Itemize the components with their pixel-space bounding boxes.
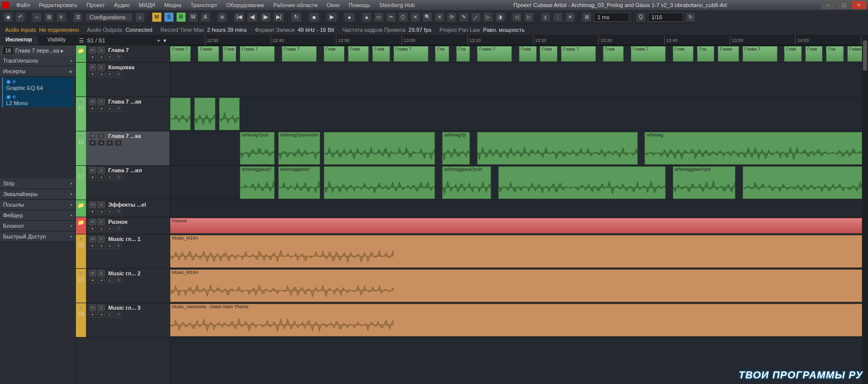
track-color-strip[interactable]: ▸17 bbox=[76, 166, 86, 200]
freeze-button[interactable]: ⊙ bbox=[115, 277, 122, 283]
menu-миди[interactable]: МИДИ bbox=[135, 1, 159, 9]
arrange-lane[interactable]: Разное bbox=[170, 217, 868, 234]
arrange-lane[interactable]: Music_Awesome - Dawn Main Theme bbox=[170, 303, 868, 338]
record-enable-button[interactable]: ● bbox=[89, 140, 96, 146]
audio-clip[interactable]: Глав bbox=[372, 46, 390, 62]
mute-button[interactable]: m bbox=[89, 305, 96, 311]
track-color-strip[interactable]: ▸16 bbox=[76, 131, 86, 165]
track-row[interactable]: ▸24msMusic гл... 3●◂e⊙ bbox=[76, 303, 169, 338]
record-enable-button[interactable]: ● bbox=[89, 174, 96, 180]
audio-clip[interactable]: Гла bbox=[456, 46, 470, 62]
track-color-strip[interactable]: ▸15 bbox=[76, 97, 86, 131]
mute-button[interactable]: m bbox=[89, 47, 96, 53]
audio-clip[interactable]: Глав bbox=[223, 46, 237, 62]
transport-next-button[interactable]: |▶ bbox=[260, 12, 271, 22]
menu-steinberg hub[interactable]: Steinberg Hub bbox=[375, 1, 419, 9]
quantize-button[interactable]: Q bbox=[636, 12, 646, 22]
menu-помощь[interactable]: Помощь bbox=[344, 1, 374, 9]
track-color-strip[interactable]: 📁 bbox=[76, 217, 86, 234]
track-color-strip[interactable]: ▸ bbox=[76, 63, 86, 97]
mute-button[interactable]: m bbox=[89, 133, 96, 139]
freeze-button[interactable]: ⊙ bbox=[115, 209, 122, 215]
pointer-tool[interactable]: ▲ bbox=[362, 12, 372, 22]
audio-clip[interactable]: arhimag7pon bbox=[240, 132, 275, 165]
edit-button[interactable]: e bbox=[106, 226, 113, 232]
audio-clip[interactable]: arhimag bbox=[644, 132, 868, 165]
play-tool[interactable]: ▷ bbox=[483, 12, 493, 22]
freeze-button[interactable]: ⊙ bbox=[115, 226, 122, 232]
mute-button[interactable]: m bbox=[89, 202, 96, 208]
filter-icon[interactable]: ☰ bbox=[79, 37, 84, 44]
audio-clip[interactable]: Глава 7 bbox=[561, 46, 596, 62]
erase-tool[interactable]: ✕ bbox=[410, 12, 420, 22]
monitor-button[interactable]: ◂ bbox=[98, 106, 105, 112]
mute-tool[interactable]: ✕ bbox=[435, 12, 445, 22]
audio-clip[interactable] bbox=[324, 166, 436, 199]
track-color-strip[interactable]: 📁 bbox=[76, 200, 86, 217]
arrange-lane[interactable] bbox=[170, 97, 868, 131]
monitor-button[interactable]: ◂ bbox=[98, 209, 105, 215]
monitor-button[interactable]: ◂ bbox=[98, 312, 105, 318]
arrange-lane[interactable]: Music_M16A bbox=[170, 269, 868, 303]
track-color-strip[interactable]: 📁 bbox=[76, 45, 86, 62]
audio-clip[interactable]: arhimagglava7 bbox=[278, 166, 320, 199]
menu-аудио[interactable]: Аудио bbox=[110, 1, 134, 9]
transport-loop-button[interactable]: ↻ bbox=[291, 12, 302, 22]
audio-clip[interactable]: Глав bbox=[784, 46, 802, 62]
zoom-tool[interactable]: 🔍 bbox=[422, 12, 432, 22]
freeze-button[interactable]: ⊙ bbox=[115, 312, 122, 318]
constrain-button[interactable]: ↔ bbox=[32, 12, 42, 22]
quantize-edit-button[interactable]: ↻ bbox=[685, 12, 696, 22]
monitor-button[interactable]: ◂ bbox=[98, 174, 105, 180]
mute-button[interactable]: m bbox=[89, 167, 96, 173]
audio-clip[interactable]: Глава 7 bbox=[477, 46, 512, 62]
audio-clip[interactable]: Глава 7 bbox=[282, 46, 317, 62]
audio-clip[interactable]: Глава bbox=[718, 46, 739, 62]
solo-button[interactable]: s bbox=[98, 167, 105, 173]
folder-icon[interactable]: 📁 bbox=[77, 219, 84, 226]
quickcontrols-section[interactable]: Быстрый Доступ▾ bbox=[0, 231, 75, 242]
solo-button[interactable]: s bbox=[98, 133, 105, 139]
audio-clip[interactable]: Глав bbox=[324, 46, 344, 62]
audio-clip[interactable]: arhimagglava7 bbox=[240, 166, 275, 199]
freeze-button[interactable]: ⊙ bbox=[115, 140, 122, 146]
track-color-strip[interactable]: ▸24 bbox=[76, 303, 86, 337]
menu-транспорт[interactable]: Транспорт bbox=[187, 1, 222, 9]
close-button[interactable]: ✕ bbox=[852, 1, 866, 9]
grid-type-button[interactable]: ⊞ bbox=[582, 12, 592, 22]
freeze-button[interactable]: ⊙ bbox=[115, 54, 122, 60]
track-row[interactable]: ▸16msГлава 7 ...ка●◂e⊙ bbox=[76, 131, 169, 166]
audio-clip[interactable]: Глав bbox=[673, 46, 693, 62]
mute-button[interactable]: m bbox=[89, 270, 96, 276]
audio-clip[interactable]: Глав bbox=[519, 46, 537, 62]
arrange-lane[interactable]: arhimagglava7arhimagglava7arhimagglava7p… bbox=[170, 166, 868, 200]
snap-type-button[interactable]: ⋮ bbox=[553, 12, 563, 22]
inspector-tab[interactable]: Инспектор bbox=[0, 35, 38, 45]
color-tool[interactable]: ◑ bbox=[495, 12, 505, 22]
audio-clip[interactable]: arhimagglava7pol bbox=[673, 166, 735, 199]
edit-button[interactable]: e bbox=[106, 312, 113, 318]
menu-рабочие области[interactable]: Рабочие области bbox=[269, 1, 321, 9]
audio-clip[interactable]: Гла bbox=[826, 46, 844, 62]
track-row[interactable]: ▸22msMusic гл... 1●◂e⊙ bbox=[76, 234, 169, 269]
split-tool[interactable]: ✂ bbox=[386, 12, 396, 22]
maximize-button[interactable]: ▢ bbox=[837, 1, 851, 9]
audio-clip[interactable]: Глава 7 bbox=[170, 46, 191, 62]
arrange-lane[interactable] bbox=[170, 63, 868, 97]
audio-clip[interactable]: Глав bbox=[805, 46, 823, 62]
track-row[interactable]: 📁msРазное●◂e⊙ bbox=[76, 217, 169, 234]
nudge-right-button[interactable]: ▷ bbox=[524, 12, 534, 22]
arrange-area[interactable]: 12:3012:4012:5013:0013:1013:2013:3013:40… bbox=[170, 35, 868, 384]
track-row[interactable]: ▸msКонцовка●◂e⊙ bbox=[76, 63, 169, 97]
snap-button[interactable]: ⊞ bbox=[44, 12, 54, 22]
transport-record-button[interactable]: ● bbox=[344, 12, 355, 22]
solo-button[interactable]: s bbox=[98, 270, 105, 276]
timewarp-tool[interactable]: ⟳ bbox=[447, 12, 457, 22]
audio-clip[interactable]: Глава bbox=[198, 46, 219, 62]
audio-clip[interactable] bbox=[324, 132, 436, 165]
solo-all-button[interactable]: S bbox=[164, 12, 174, 22]
freeze-button[interactable]: ⊙ bbox=[115, 174, 122, 180]
mute-button[interactable]: m bbox=[89, 64, 96, 70]
freeze-button[interactable]: ⊙ bbox=[115, 71, 122, 77]
monitor-button[interactable]: ◂ bbox=[98, 243, 105, 249]
